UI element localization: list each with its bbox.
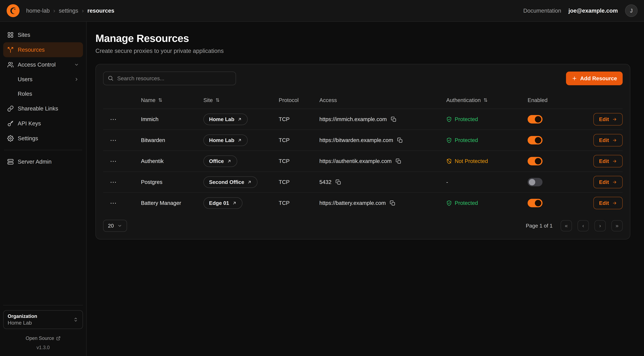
app-version: v1.3.0 xyxy=(3,345,83,350)
header-label: Enabled xyxy=(528,97,548,103)
previous-page-button[interactable]: ‹ xyxy=(578,220,589,232)
organization-name: Home Lab xyxy=(8,320,37,326)
enabled-toggle[interactable] xyxy=(528,178,542,186)
header-site[interactable]: Site ⇅ xyxy=(204,97,279,103)
site-link-button[interactable]: Edge 01 xyxy=(204,197,242,209)
search-input[interactable] xyxy=(103,72,236,85)
toggle-knob xyxy=(535,158,541,164)
user-email[interactable]: joe@example.com xyxy=(568,8,618,14)
edit-button[interactable]: Edit xyxy=(594,134,623,146)
protocol: TCP xyxy=(279,200,320,206)
enabled-toggle[interactable] xyxy=(528,136,542,144)
auth-status: Protected xyxy=(446,200,528,206)
copy-button[interactable] xyxy=(397,138,403,143)
sidebar-item-roles[interactable]: Roles xyxy=(3,86,83,101)
breadcrumb-item-settings[interactable]: settings xyxy=(59,8,78,14)
sidebar-item-api-keys[interactable]: API Keys xyxy=(3,116,83,131)
row-actions-button[interactable]: ⋯ xyxy=(108,136,118,144)
page-subtitle: Create secure proxies to your private ap… xyxy=(96,48,630,54)
header-enabled: Enabled xyxy=(528,97,584,103)
sidebar-item-access-control[interactable]: Access Control xyxy=(3,57,83,72)
site-link-button[interactable]: Home Lab xyxy=(204,114,248,125)
header-name[interactable]: Name ⇅ xyxy=(141,97,204,103)
avatar[interactable]: J xyxy=(625,4,638,17)
sidebar-item-label: API Keys xyxy=(18,120,41,127)
sidebar-item-label: Roles xyxy=(18,90,32,97)
row-actions-button[interactable]: ⋯ xyxy=(108,115,118,123)
copy-button[interactable] xyxy=(336,179,341,185)
edit-button[interactable]: Edit xyxy=(594,176,623,188)
page-size-select[interactable]: 20 xyxy=(103,220,127,232)
toggle-knob xyxy=(535,200,541,206)
copy-button[interactable] xyxy=(391,116,396,122)
arrow-up-right-icon xyxy=(232,201,237,206)
access-url: https://battery.example.com xyxy=(320,200,386,206)
toggle-knob xyxy=(535,137,541,144)
sidebar-item-label: Users xyxy=(18,76,32,82)
row-actions-button[interactable]: ⋯ xyxy=(108,199,118,207)
copy-button[interactable] xyxy=(390,200,395,206)
protocol: TCP xyxy=(279,116,320,122)
arrow-up-right-icon xyxy=(237,138,242,143)
site-link-button[interactable]: Home Lab xyxy=(204,134,248,146)
enabled-toggle[interactable] xyxy=(528,199,542,207)
sidebar-item-settings[interactable]: Settings xyxy=(3,131,83,146)
access-url: https://immich.example.com xyxy=(320,116,387,122)
sort-icon: ⇅ xyxy=(216,97,220,103)
access-url: https://authentik.example.com xyxy=(320,158,392,164)
arrow-right-icon xyxy=(612,117,617,122)
sort-icon: ⇅ xyxy=(158,97,162,103)
enabled-toggle[interactable] xyxy=(528,157,542,166)
next-page-button[interactable]: › xyxy=(594,220,606,232)
page-title: Manage Resources xyxy=(96,32,630,44)
organization-selector[interactable]: Organization Home Lab xyxy=(3,310,83,329)
sidebar: Sites Resources Access Control Users Rol… xyxy=(0,22,86,356)
sidebar-item-label: Resources xyxy=(18,46,45,53)
sidebar-item-resources[interactable]: Resources xyxy=(3,42,83,57)
sidebar-item-users[interactable]: Users xyxy=(3,72,83,86)
app-logo-icon[interactable] xyxy=(6,4,20,17)
breadcrumb-separator: › xyxy=(53,8,55,14)
add-resource-label: Add Resource xyxy=(580,75,617,82)
plus-icon xyxy=(572,76,577,81)
header-label: Name xyxy=(141,97,156,103)
breadcrumb-item-home-lab[interactable]: home-lab xyxy=(26,8,50,14)
chevron-down-icon xyxy=(117,223,122,228)
protocol: TCP xyxy=(279,158,320,164)
row-actions-button[interactable]: ⋯ xyxy=(108,178,118,186)
sidebar-item-server-admin[interactable]: Server Admin xyxy=(3,154,83,169)
sidebar-item-shareable-links[interactable]: Shareable Links xyxy=(3,101,83,116)
row-actions-button[interactable]: ⋯ xyxy=(108,157,118,165)
arrow-right-icon xyxy=(612,201,617,206)
header-label: Site xyxy=(204,97,213,103)
edit-button[interactable]: Edit xyxy=(594,113,623,126)
auth-status: Protected xyxy=(446,116,528,122)
copy-button[interactable] xyxy=(396,158,401,164)
header-protocol: Protocol xyxy=(279,97,320,103)
site-link-button[interactable]: Office xyxy=(204,156,237,167)
last-page-button[interactable]: » xyxy=(612,220,623,232)
toggle-knob xyxy=(535,116,541,122)
first-page-button[interactable]: « xyxy=(561,220,572,232)
documentation-link[interactable]: Documentation xyxy=(523,8,561,14)
protocol: TCP xyxy=(279,179,320,185)
edit-label: Edit xyxy=(599,158,609,164)
add-resource-button[interactable]: Add Resource xyxy=(566,72,623,85)
chevron-down-icon xyxy=(74,62,79,67)
edit-button[interactable]: Edit xyxy=(594,155,623,168)
copy-icon xyxy=(336,179,341,185)
resources-split-icon xyxy=(7,46,14,53)
resource-name: Battery Manager xyxy=(141,200,204,206)
header-authentication[interactable]: Authentication ⇅ xyxy=(446,97,528,103)
sidebar-item-label: Access Control xyxy=(18,62,56,68)
site-link-button[interactable]: Second Office xyxy=(204,176,258,188)
sidebar-item-label: Server Admin xyxy=(18,158,52,165)
arrow-up-right-icon xyxy=(247,180,252,184)
breadcrumb: home-lab › settings › resources xyxy=(26,8,114,14)
open-source-link[interactable]: Open Source xyxy=(3,336,83,341)
sidebar-item-sites[interactable]: Sites xyxy=(3,28,83,42)
search-box xyxy=(103,72,236,85)
enabled-toggle[interactable] xyxy=(528,115,542,124)
arrow-right-icon xyxy=(612,180,617,184)
edit-button[interactable]: Edit xyxy=(594,197,623,209)
